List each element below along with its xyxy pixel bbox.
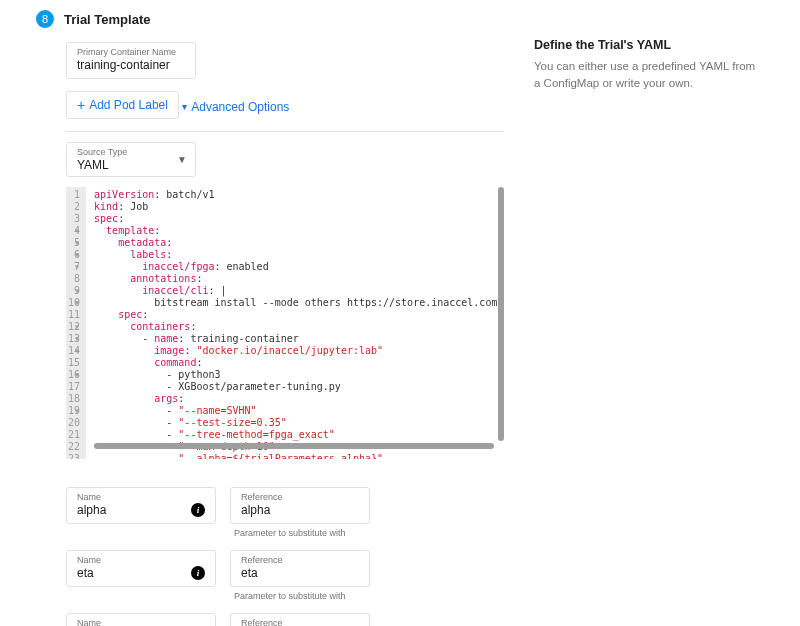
line-number: 6 ▾ — [68, 249, 80, 261]
line-number: 14 — [68, 345, 80, 357]
editor-gutter: 1 2 3 ▾4 ▾5 ▾6 ▾7 8 ▾9 ▾10 11 ▾12 ▾13 ▾1… — [66, 187, 86, 459]
source-type-select[interactable]: Source Type YAML ▼ — [66, 142, 196, 177]
help-description: You can either use a predefined YAML fro… — [534, 58, 764, 93]
step-title: Trial Template — [64, 12, 150, 27]
primary-container-name-value: training-container — [77, 58, 185, 72]
parameter-row: NamesubsampleiReferencesubsampleParamete… — [66, 613, 504, 626]
parameter-name-value: eta — [77, 566, 101, 580]
parameter-reference-value: eta — [241, 566, 283, 580]
code-line[interactable]: - "--test-size=0.35" — [94, 417, 504, 429]
parameter-name-label: Name — [77, 555, 101, 565]
parameter-row: NameetaiReferenceetaParameter to substit… — [66, 550, 504, 607]
parameter-name-label: Name — [77, 618, 135, 626]
line-number: 22 — [68, 441, 80, 453]
source-type-label: Source Type — [77, 147, 127, 157]
info-icon[interactable]: i — [191, 503, 205, 517]
code-line[interactable]: inaccel/cli: | — [94, 285, 504, 297]
add-pod-label-button[interactable]: + Add Pod Label — [66, 91, 179, 119]
line-number: 9 ▾ — [68, 285, 80, 297]
parameter-name-label: Name — [77, 492, 106, 502]
dropdown-icon: ▼ — [177, 154, 187, 165]
section-divider — [66, 131, 504, 132]
code-line[interactable]: args: — [94, 393, 504, 405]
trial-parameters-list: NamealphaiReferencealphaParameter to sub… — [36, 487, 504, 626]
code-line[interactable]: apiVersion: batch/v1 — [94, 189, 504, 201]
code-line[interactable]: bitstream install --mode others https://… — [94, 297, 504, 309]
parameter-name-field[interactable]: Namesubsamplei — [66, 613, 216, 626]
code-line[interactable]: template: — [94, 225, 504, 237]
yaml-editor[interactable]: 1 2 3 ▾4 ▾5 ▾6 ▾7 8 ▾9 ▾10 11 ▾12 ▾13 ▾1… — [66, 187, 504, 459]
editor-vertical-scrollbar[interactable] — [498, 187, 504, 441]
parameter-reference-hint: Parameter to substitute with — [234, 528, 370, 538]
parameter-reference-label: Reference — [241, 492, 283, 502]
add-pod-label-text: Add Pod Label — [89, 98, 168, 112]
parameter-reference-hint: Parameter to substitute with — [234, 591, 370, 601]
code-line[interactable]: labels: — [94, 249, 504, 261]
parameter-name-field[interactable]: Nameetai — [66, 550, 216, 587]
chevron-down-icon: ▾ — [182, 101, 187, 112]
line-number: 5 ▾ — [68, 237, 80, 249]
help-panel: Define the Trial's YAML You can either u… — [534, 10, 764, 626]
code-line[interactable]: spec: — [94, 213, 504, 225]
code-line[interactable]: - python3 — [94, 369, 504, 381]
line-number: 12 ▾ — [68, 321, 80, 333]
editor-horizontal-scrollbar[interactable] — [94, 443, 494, 449]
line-number: 11 ▾ — [68, 309, 80, 321]
code-line[interactable]: - "--tree-method=fpga_exact" — [94, 429, 504, 441]
parameter-row: NamealphaiReferencealphaParameter to sub… — [66, 487, 504, 544]
code-line[interactable]: spec: — [94, 309, 504, 321]
plus-icon: + — [77, 98, 85, 112]
line-number: 13 ▾ — [68, 333, 80, 345]
line-number: 1 — [68, 189, 80, 201]
source-type-value: YAML — [77, 158, 127, 172]
advanced-options-label: Advanced Options — [191, 100, 289, 114]
code-line[interactable]: kind: Job — [94, 201, 504, 213]
advanced-options-toggle[interactable]: ▾ Advanced Options — [182, 100, 289, 114]
code-line[interactable]: - XGBoost/parameter-tuning.py — [94, 381, 504, 393]
step-number-badge: 8 — [36, 10, 54, 28]
line-number: 18 ▾ — [68, 393, 80, 405]
line-number: 8 ▾ — [68, 273, 80, 285]
code-line[interactable]: image: "docker.io/inaccel/jupyter:lab" — [94, 345, 504, 357]
line-number: 16 — [68, 369, 80, 381]
primary-container-name-label: Primary Container Name — [77, 47, 185, 57]
line-number: 4 ▾ — [68, 225, 80, 237]
parameter-reference-label: Reference — [241, 618, 299, 626]
line-number: 10 — [68, 297, 80, 309]
parameter-reference-field[interactable]: Referenceeta — [230, 550, 370, 587]
line-number: 21 — [68, 429, 80, 441]
step-header: 8 Trial Template — [36, 10, 504, 28]
code-line[interactable]: metadata: — [94, 237, 504, 249]
help-title: Define the Trial's YAML — [534, 38, 764, 52]
parameter-reference-field[interactable]: Referencesubsample — [230, 613, 370, 626]
code-line[interactable]: command: — [94, 357, 504, 369]
code-line[interactable]: annotations: — [94, 273, 504, 285]
editor-code[interactable]: apiVersion: batch/v1kind: Jobspec: templ… — [86, 187, 504, 459]
line-number: 15 ▾ — [68, 357, 80, 369]
line-number: 2 — [68, 201, 80, 213]
parameter-reference-label: Reference — [241, 555, 283, 565]
code-line[interactable]: - name: training-container — [94, 333, 504, 345]
code-line[interactable]: - "--alpha=${trialParameters.alpha}" — [94, 453, 504, 459]
parameter-name-field[interactable]: Namealphai — [66, 487, 216, 524]
line-number: 23 — [68, 453, 80, 459]
primary-container-name-field[interactable]: Primary Container Name training-containe… — [66, 42, 196, 79]
parameter-name-value: alpha — [77, 503, 106, 517]
line-number: 19 — [68, 405, 80, 417]
parameter-reference-field[interactable]: Referencealpha — [230, 487, 370, 524]
line-number: 20 — [68, 417, 80, 429]
info-icon[interactable]: i — [191, 566, 205, 580]
code-line[interactable]: - "--name=SVHN" — [94, 405, 504, 417]
code-line[interactable]: inaccel/fpga: enabled — [94, 261, 504, 273]
line-number: 7 — [68, 261, 80, 273]
code-line[interactable]: containers: — [94, 321, 504, 333]
parameter-reference-value: alpha — [241, 503, 283, 517]
line-number: 17 — [68, 381, 80, 393]
line-number: 3 ▾ — [68, 213, 80, 225]
